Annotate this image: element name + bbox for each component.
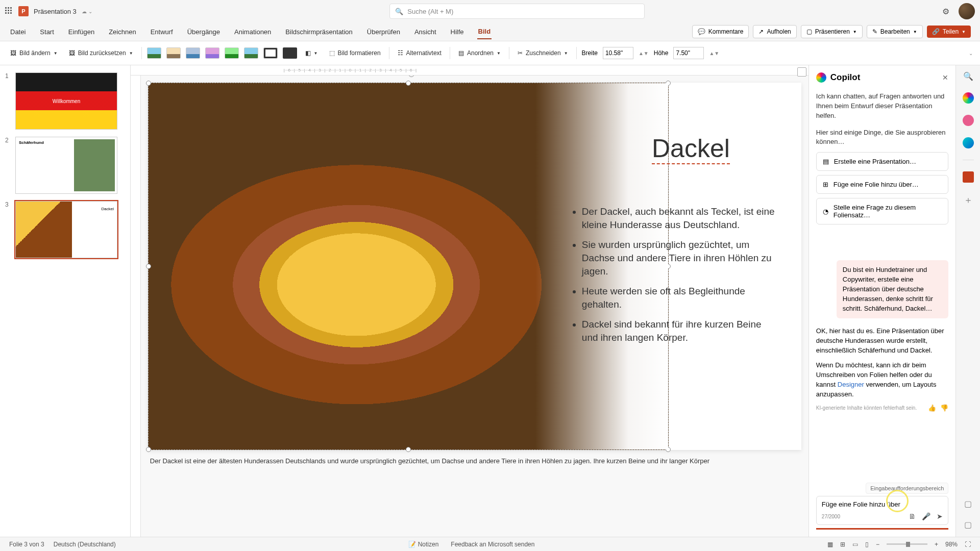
format-image-button[interactable]: ⬚ Bild formatieren — [326, 47, 384, 59]
reset-image-button[interactable]: 🖼 Bild zurücksetzen ▼ — [66, 47, 136, 59]
rail-add-icon[interactable]: ＋ — [964, 194, 973, 206]
copilot-chip-question[interactable]: ◔Stelle eine Frage zu diesem Foliensatz… — [816, 198, 949, 224]
catchup-button[interactable]: ↗ Aufholen — [753, 25, 796, 38]
attach-icon[interactable]: 🗎 — [909, 512, 916, 520]
tab-bildschirmpraesentation[interactable]: Bildschirmpräsentation — [284, 25, 354, 39]
resize-handle[interactable] — [666, 447, 671, 452]
alt-text-button[interactable]: ☷ Alternativtext — [395, 47, 445, 59]
copilot-tooltip: Eingabeaufforderungsbereich — [866, 483, 948, 494]
arrange-button[interactable]: ▤ Anordnen ▼ — [455, 47, 504, 59]
bullet-4: Dackel sind bekannt für ihre kurzen Bein… — [582, 318, 776, 344]
ruler-horizontal: |···6···|···5···|···4···|···3···|···2···… — [131, 65, 808, 76]
tab-animationen[interactable]: Animationen — [233, 25, 272, 39]
tab-ansicht[interactable]: Ansicht — [413, 25, 437, 39]
resize-handle[interactable] — [406, 81, 411, 86]
zoom-slider[interactable] — [887, 543, 927, 545]
rail-search-icon[interactable]: 🔍 — [963, 71, 973, 81]
thumbnail-3[interactable]: Dackel — [15, 201, 117, 258]
style-swatch-6[interactable] — [244, 47, 258, 59]
view-sorter-icon[interactable]: ⊞ — [840, 541, 845, 548]
tab-einfuegen[interactable]: Einfügen — [67, 25, 95, 39]
status-language[interactable]: Deutsch (Deutschland) — [54, 541, 116, 548]
style-swatch-3[interactable] — [186, 47, 200, 59]
mic-icon[interactable]: 🎤 — [922, 512, 930, 520]
right-rail: 🔍 ＋ ▢ ▢ — [955, 65, 980, 537]
view-reading-icon[interactable]: ▭ — [852, 541, 858, 548]
style-swatch-8[interactable] — [283, 47, 297, 59]
resize-handle[interactable] — [146, 264, 151, 269]
send-icon[interactable]: ➤ — [937, 512, 943, 520]
style-swatch-5[interactable] — [225, 47, 239, 59]
width-input[interactable] — [603, 47, 633, 59]
copilot-input[interactable] — [822, 500, 943, 508]
rail-edge-icon[interactable] — [963, 137, 974, 148]
copilot-intro: Ich kann chatten, auf Fragen antworten u… — [816, 92, 949, 121]
zoom-in-icon[interactable]: + — [935, 541, 938, 548]
status-notes-button[interactable]: 📝 Notizen — [408, 541, 438, 548]
view-normal-icon[interactable]: ▦ — [827, 541, 833, 548]
zoom-value[interactable]: 98% — [945, 541, 958, 548]
rail-copilot-icon[interactable] — [963, 92, 974, 104]
style-swatch-2[interactable] — [166, 47, 181, 59]
tab-entwurf[interactable]: Entwurf — [150, 25, 174, 39]
slide-title[interactable]: Dackel — [652, 134, 730, 164]
search-input[interactable]: 🔍 Suche (Alt + M) — [389, 4, 645, 19]
resize-handle[interactable] — [406, 447, 411, 452]
tab-zeichnen[interactable]: Zeichnen — [108, 25, 137, 39]
tab-start[interactable]: Start — [39, 25, 55, 39]
rail-collapse-icon[interactable]: ▢ — [964, 520, 972, 530]
tab-bild[interactable]: Bild — [477, 24, 492, 39]
speaker-notes[interactable]: Der Dackel ist eine der ältesten Hundera… — [148, 457, 801, 465]
resize-handle[interactable] — [146, 81, 151, 86]
width-label: Breite — [582, 49, 598, 57]
copilot-close-icon[interactable]: ✕ — [942, 73, 948, 82]
thumbnail-2[interactable]: Schäferhund — [15, 137, 117, 194]
resize-handle[interactable] — [146, 447, 151, 452]
tab-hilfe[interactable]: Hilfe — [450, 25, 465, 39]
thumbs-down-icon[interactable]: 👎 — [940, 404, 948, 412]
view-slideshow-icon[interactable]: ▯ — [865, 541, 869, 548]
rail-people-icon[interactable] — [963, 115, 974, 126]
thumb-num-1: 1 — [5, 72, 11, 130]
tab-uebergaenge[interactable]: Übergänge — [186, 25, 221, 39]
tab-datei[interactable]: Datei — [9, 25, 27, 39]
thumbnail-1[interactable]: Willkommen — [15, 72, 117, 130]
thumbs-up-icon[interactable]: 👍 — [928, 404, 936, 412]
user-avatar[interactable] — [959, 3, 975, 19]
style-swatch-1[interactable] — [147, 47, 161, 59]
status-feedback-button[interactable]: Feedback an Microsoft senden — [451, 541, 534, 548]
app-launcher-icon[interactable] — [5, 7, 13, 15]
ribbon-expand-icon[interactable]: ⌄ — [969, 51, 973, 56]
style-swatch-4[interactable] — [205, 47, 219, 59]
share-button[interactable]: 🔗 Teilen ▼ — [927, 26, 971, 38]
rail-dictionary-icon[interactable] — [963, 171, 974, 183]
bullet-2: Sie wurden ursprünglich gezüchtet, um Da… — [582, 238, 776, 278]
slide-bullets[interactable]: Der Dackel, auch bekannt als Teckel, ist… — [582, 205, 776, 352]
present-button[interactable]: ▢ Präsentieren ▼ — [801, 25, 863, 38]
zoom-out-icon[interactable]: − — [876, 541, 879, 548]
height-input[interactable] — [673, 47, 704, 59]
status-slide-count: Folie 3 von 3 — [9, 541, 44, 548]
rotate-handle[interactable] — [408, 76, 414, 77]
char-count: 27/2000 — [822, 514, 840, 519]
thumb-num-3: 3 — [5, 201, 11, 258]
document-title[interactable]: Präsentation 3 — [34, 8, 77, 15]
settings-icon[interactable]: ⚙ — [942, 7, 949, 16]
powerpoint-icon: P — [18, 6, 29, 16]
style-swatch-7[interactable] — [263, 47, 278, 59]
edit-button[interactable]: ✎ Bearbeiten ▼ — [867, 25, 923, 38]
transparency-button[interactable]: ◧ ▼ — [302, 47, 321, 59]
fit-to-window-icon[interactable]: ⛶ — [965, 541, 971, 548]
crop-button[interactable]: ✂ Zuschneiden ▼ — [514, 47, 571, 59]
tab-ueberpruefen[interactable]: Überprüfen — [366, 25, 401, 39]
copilot-accent-bar — [816, 528, 949, 530]
footnote-icon[interactable] — [797, 67, 806, 77]
comments-button[interactable]: 💬 Kommentare — [692, 25, 749, 38]
change-image-button[interactable]: 🖼 Bild ändern ▼ — [7, 47, 61, 59]
copilot-chip-add-slide[interactable]: ⊞Füge eine Folie hinzu über… — [816, 175, 949, 194]
designer-link[interactable]: Designer — [838, 381, 864, 388]
resize-handle[interactable] — [666, 81, 671, 86]
slide-canvas[interactable]: Dackel Der Dackel, auch bekannt als Teck… — [148, 83, 801, 450]
rail-panel-icon[interactable]: ▢ — [964, 499, 972, 509]
copilot-chip-create[interactable]: ▤Erstelle eine Präsentation… — [816, 152, 949, 171]
